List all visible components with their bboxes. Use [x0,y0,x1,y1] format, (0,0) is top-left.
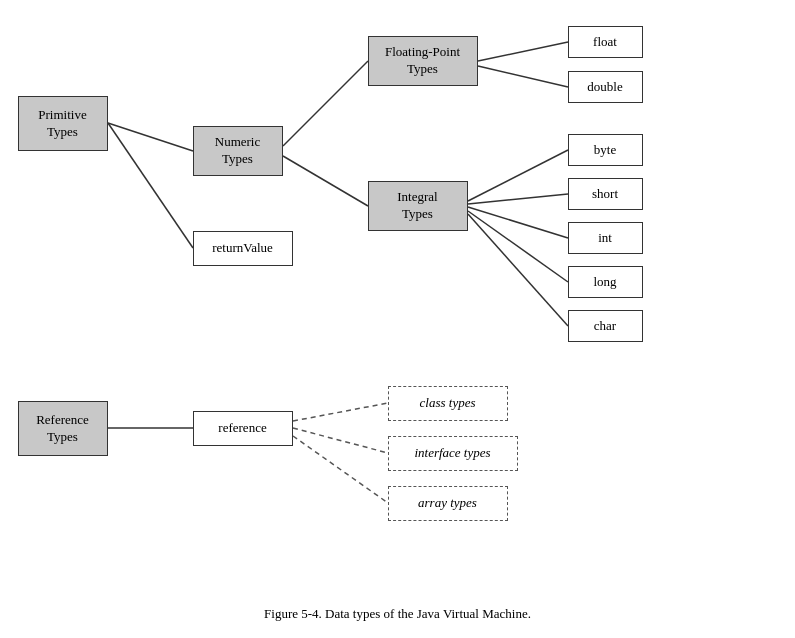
svg-line-7 [468,194,568,204]
interface-types-box: interface types [388,436,518,471]
class-types-box: class types [388,386,508,421]
svg-line-9 [468,211,568,282]
svg-line-0 [108,123,193,151]
byte-box: byte [568,134,643,166]
double-box: double [568,71,643,103]
svg-line-5 [478,66,568,87]
figure-caption: Figure 5-4. Data types of the Java Virtu… [264,606,531,622]
reference-box: reference [193,411,293,446]
return-value-box: returnValue [193,231,293,266]
long-box: long [568,266,643,298]
svg-line-10 [468,214,568,326]
diagram: Primitive Types NumericTypes returnValue… [8,16,788,596]
short-box: short [568,178,643,210]
primitive-types-box: Primitive Types [18,96,108,151]
svg-line-14 [293,436,388,503]
svg-line-4 [478,42,568,61]
float-box: float [568,26,643,58]
numeric-types-box: NumericTypes [193,126,283,176]
reference-types-box: ReferenceTypes [18,401,108,456]
svg-line-1 [108,123,193,248]
svg-line-6 [468,150,568,201]
char-box: char [568,310,643,342]
floating-point-box: Floating-PointTypes [368,36,478,86]
integral-types-box: IntegralTypes [368,181,468,231]
array-types-box: array types [388,486,508,521]
svg-line-2 [283,61,368,146]
svg-line-3 [283,156,368,206]
svg-line-12 [293,403,388,421]
svg-line-13 [293,428,388,453]
int-box: int [568,222,643,254]
